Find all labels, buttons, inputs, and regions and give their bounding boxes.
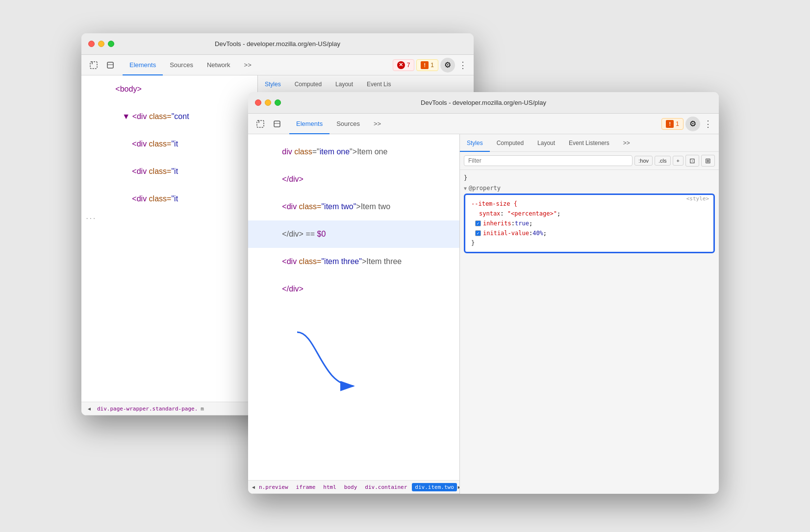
hov-button[interactable]: :hov: [634, 156, 653, 166]
dom-tree-back: <body> ▼ <div class="cont <div class="it…: [81, 75, 257, 402]
checkbox-inherits[interactable]: ✓: [475, 220, 481, 226]
warning-count-back: 1: [430, 62, 434, 69]
filter-bar-front: :hov .cls + ⊡ ⊞: [460, 152, 719, 170]
breadcrumb-item-wrapper-back[interactable]: div.page-wrapper.standard-page.: [94, 405, 201, 413]
styles-content-front: } ▼ @property --item-size {: [460, 170, 719, 258]
breadcrumb-html[interactable]: html: [320, 483, 339, 491]
dom-pane-back: <body> ▼ <div class="cont <div class="it…: [81, 75, 258, 415]
copy-button[interactable]: ⊡: [685, 155, 699, 167]
panel-tab-styles-back[interactable]: Styles: [258, 76, 288, 93]
warning-badge-front[interactable]: ! 1: [661, 118, 683, 130]
panel-tab-computed-front[interactable]: Computed: [490, 135, 531, 152]
breadcrumb-back: ◄ div.page-wrapper.standard-page. m: [81, 402, 257, 415]
triangle-icon-front: ▼: [464, 186, 467, 191]
css-block-front: --item-size { syntax: "<percentage>"; ✓ …: [464, 193, 715, 253]
dom-line-item-three: <div class="item three">Item three: [248, 248, 459, 275]
maximize-button-back[interactable]: [108, 41, 114, 47]
filter-input-front[interactable]: [464, 155, 633, 166]
window-title-front: DevTools - developer.mozilla.org/en-US/p…: [421, 99, 546, 106]
close-button-front[interactable]: [255, 99, 261, 106]
css-closing-front: }: [471, 238, 708, 248]
checkbox-initial[interactable]: ✓: [475, 230, 481, 236]
more-button-back[interactable]: ⋮: [457, 58, 469, 73]
dom-line-close-div1: </div>: [248, 166, 459, 193]
breadcrumb-body[interactable]: body: [341, 483, 360, 491]
svg-rect-6: [274, 121, 280, 127]
traffic-lights-front: [255, 99, 281, 106]
cursor-icon-btn-back[interactable]: [86, 58, 101, 73]
breadcrumb-left-arrow-back[interactable]: ◄: [84, 404, 94, 413]
maximize-button-front[interactable]: [275, 99, 281, 106]
breadcrumb-right-arrow-front[interactable]: ►: [457, 482, 459, 492]
cursor-icon-btn-front[interactable]: [253, 117, 268, 131]
dom-line-close-div3: </div>: [248, 275, 459, 303]
dom-line-div-cont: ▼ <div class="cont: [81, 103, 257, 130]
error-badge-back[interactable]: ✕ 7: [393, 59, 415, 71]
svg-rect-4: [257, 121, 264, 127]
css-prop-name-initial-front: initial-value: [483, 228, 529, 238]
panel-tabs-back: Styles Computed Layout Event Lis: [258, 75, 474, 93]
section-brace-front: }: [464, 173, 715, 183]
dom-line-div-it2: <div class="it: [81, 158, 257, 185]
title-bar-back: DevTools - developer.mozilla.org/en-US/p…: [81, 33, 474, 55]
breadcrumb-div-container[interactable]: div.container: [362, 483, 410, 491]
style-tag-label: <style>: [686, 195, 709, 202]
tab-elements-back[interactable]: Elements: [123, 55, 163, 75]
more-button-front[interactable]: ⋮: [702, 117, 714, 131]
css-prop-inherits-front: ✓ inherits: true;: [471, 218, 708, 228]
warning-icon-front: !: [666, 120, 674, 128]
device-icon-btn-front[interactable]: [270, 117, 284, 131]
toolbar-tabs-back: Elements Sources Network >>: [123, 55, 258, 75]
panel-tab-more2-front[interactable]: >>: [616, 135, 637, 152]
device-icon-btn-back[interactable]: [103, 58, 118, 73]
cls-button[interactable]: .cls: [655, 156, 671, 166]
close-button-back[interactable]: [88, 41, 95, 47]
devtools-window-front: DevTools - developer.mozilla.org/en-US/p…: [248, 92, 719, 494]
dom-line-close-div2[interactable]: </div> == $0: [248, 220, 459, 248]
css-prop-name-inherits-front: inherits: [483, 218, 511, 228]
panel-tab-layout-back[interactable]: Layout: [329, 76, 360, 93]
svg-rect-2: [107, 62, 113, 68]
dom-line-body: <body>: [81, 75, 257, 103]
css-prop-initial-front: ✓ initial-value: 40%;: [471, 228, 708, 238]
pane-container-front: div class="item one">Item one </div> <di…: [248, 134, 719, 494]
breadcrumb-div-item-two[interactable]: div.item.two: [412, 483, 456, 491]
css-prop-val-inherits-front: true: [515, 218, 529, 228]
traffic-lights-back: [88, 41, 114, 47]
minimize-button-front[interactable]: [265, 99, 271, 106]
breadcrumb-iframe[interactable]: iframe: [293, 483, 319, 491]
layout-button[interactable]: ⊞: [701, 155, 715, 167]
styles-pane-front: Styles Computed Layout Event Listeners >…: [460, 134, 719, 494]
tab-sources-back[interactable]: Sources: [163, 55, 200, 75]
dom-line-div-it1: <div class="it: [81, 130, 257, 158]
breadcrumb-n-preview[interactable]: n.preview: [256, 483, 291, 491]
warning-count-front: 1: [676, 121, 679, 127]
breadcrumb-left-arrow-front[interactable]: ◄: [251, 482, 256, 492]
gear-button-front[interactable]: ⚙: [685, 117, 700, 131]
tab-more-back[interactable]: >>: [237, 55, 258, 75]
panel-tab-computed-back[interactable]: Computed: [288, 76, 329, 93]
window-title-back: DevTools - developer.mozilla.org/en-US/p…: [215, 40, 340, 48]
tab-elements-front[interactable]: Elements: [289, 114, 329, 134]
panel-tab-eventlis-front[interactable]: Event Listeners: [562, 135, 616, 152]
warning-badge-back[interactable]: ! 1: [416, 59, 438, 71]
warning-icon-back: !: [421, 61, 429, 69]
tab-sources-front[interactable]: Sources: [329, 114, 367, 134]
panel-tab-layout-front[interactable]: Layout: [531, 135, 562, 152]
breadcrumb-front: ◄ n.preview iframe html body div.contain…: [248, 480, 459, 494]
css-prop-syntax-front: syntax: "<percentage>";: [471, 209, 708, 218]
gear-button-back[interactable]: ⚙: [440, 58, 455, 73]
panel-tabs-front: Styles Computed Layout Event Listeners >…: [460, 134, 719, 152]
panel-tab-eventlis-back[interactable]: Event Lis: [360, 76, 398, 93]
panel-tab-styles-front[interactable]: Styles: [460, 135, 490, 152]
tab-network-back[interactable]: Network: [200, 55, 237, 75]
toolbar-tabs-front: Elements Sources >>: [289, 114, 388, 134]
at-rule-header-front: ▼ @property: [464, 185, 715, 192]
dom-line-div-it3: <div class="it: [81, 185, 257, 213]
tab-more-front[interactable]: >>: [367, 114, 388, 134]
error-count-back: 7: [407, 62, 410, 69]
dom-line-item-two: <div class="item two">Item two: [248, 193, 459, 220]
minimize-button-back[interactable]: [98, 41, 104, 47]
css-selector-text-front: --item-size {: [471, 200, 517, 207]
add-rule-button[interactable]: +: [673, 156, 683, 166]
